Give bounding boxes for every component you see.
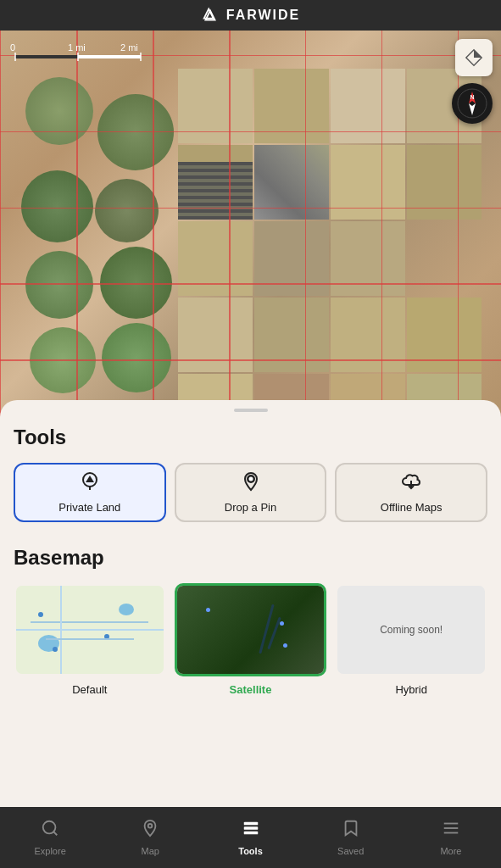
logo-icon (201, 6, 220, 25)
hybrid-map-preview: Coming soon! (337, 586, 485, 674)
compass-icon: N (457, 88, 487, 119)
basemap-hybrid-thumb: Coming soon! (335, 583, 487, 676)
location-arrow-icon (465, 48, 483, 67)
location-button[interactable] (455, 39, 493, 76)
basemap-satellite-thumb (175, 583, 327, 676)
drop-pin-label: Drop a Pin (225, 501, 276, 514)
app-header: FARWIDE (0, 0, 501, 31)
svg-point-22 (148, 824, 153, 828)
parcel-boundary-lines (0, 31, 501, 437)
mountain-pin-icon (80, 471, 100, 492)
nav-label-more: More (440, 846, 461, 856)
basemap-hybrid-label: Hybrid (395, 683, 427, 696)
private-land-icon (80, 471, 100, 496)
offline-maps-icon (401, 471, 421, 496)
map-background (0, 31, 501, 437)
basemap-default-thumb (14, 583, 166, 676)
app-logo: FARWIDE (201, 6, 300, 25)
basemap-section: Basemap Default (14, 546, 487, 696)
basemap-section-title: Basemap (14, 546, 487, 570)
nav-label-tools: Tools (238, 846, 263, 856)
basemap-satellite[interactable]: Satellite (175, 583, 327, 696)
svg-point-20 (43, 821, 56, 834)
basemap-default-label: Default (72, 683, 107, 696)
nav-label-explore: Explore (34, 846, 65, 856)
private-land-label: Private Land (58, 501, 120, 514)
explore-icon (41, 819, 59, 843)
basemap-hybrid[interactable]: Coming soon! Hybrid (335, 583, 487, 696)
coming-soon-text: Coming soon! (380, 624, 443, 636)
tools-stack-icon (242, 819, 260, 837)
saved-icon (342, 819, 360, 843)
bottom-sheet: Tools Private Land (0, 400, 501, 807)
default-map-preview (16, 586, 164, 674)
nav-item-explore[interactable]: Explore (0, 812, 100, 863)
compass[interactable]: N (452, 83, 493, 124)
svg-point-18 (248, 477, 253, 481)
nav-label-saved: Saved (337, 846, 364, 856)
nav-item-saved[interactable]: Saved (301, 812, 401, 863)
nav-item-more[interactable]: More (401, 812, 501, 863)
scale-bar-svg: 0 1 mi 2 mi (10, 41, 146, 64)
basemap-satellite-label: Satellite (230, 683, 272, 696)
tools-icon (242, 819, 260, 843)
satellite-map-preview (177, 586, 325, 674)
map-icon (141, 819, 159, 843)
nav-label-map: Map (142, 846, 159, 856)
svg-marker-15 (86, 476, 94, 482)
app-title: FARWIDE (226, 8, 300, 23)
svg-rect-24 (243, 826, 258, 830)
svg-rect-23 (243, 822, 258, 826)
svg-text:1 mi: 1 mi (68, 42, 86, 53)
nav-item-tools[interactable]: Tools (200, 812, 300, 863)
svg-line-21 (53, 832, 57, 835)
svg-text:N: N (470, 94, 474, 100)
svg-rect-6 (15, 55, 78, 58)
cloud-download-icon (401, 471, 421, 492)
map-scale-bar: 0 1 mi 2 mi (10, 41, 146, 64)
map-view[interactable]: 0 1 mi 2 mi N (0, 31, 501, 437)
drop-pin-icon (241, 471, 261, 496)
tools-row: Private Land Drop a Pin (14, 463, 487, 522)
tools-section-title: Tools (14, 426, 487, 449)
basemap-default[interactable]: Default (14, 583, 166, 696)
drag-handle[interactable] (234, 409, 268, 412)
offline-maps-button[interactable]: Offline Maps (335, 463, 487, 522)
pin-icon (241, 471, 261, 492)
nav-item-map[interactable]: Map (100, 812, 200, 863)
svg-text:0: 0 (10, 42, 15, 53)
offline-maps-label: Offline Maps (381, 501, 443, 514)
private-land-button[interactable]: Private Land (14, 463, 166, 522)
basemap-row: Default Satellite (14, 583, 487, 696)
bottom-navigation: Explore Map Tools Saved (0, 807, 501, 868)
tools-section: Tools Private Land (14, 426, 487, 522)
svg-rect-25 (243, 832, 258, 835)
svg-text:2 mi: 2 mi (120, 42, 138, 53)
more-icon (442, 819, 460, 843)
drop-pin-button[interactable]: Drop a Pin (175, 463, 327, 522)
